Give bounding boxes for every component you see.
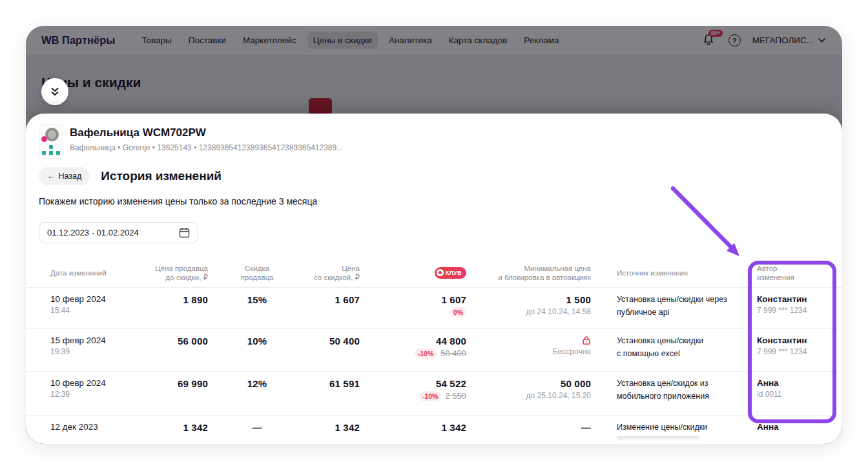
section-title: История изменений [101,169,222,183]
product-subtitle: Вафельница • Gorenje • 13625143 • 123893… [70,143,343,152]
col-header-price-after: Ценасо скидкой, ₽ [306,264,360,282]
club-discount-pill: 0% [450,307,466,317]
clipped-text-line [617,436,699,441]
club-discount-pill: -10% [415,348,437,359]
history-note: Покажем историю изменения цены только за… [39,196,317,206]
product-header: Вафельница WCM702PW Вафельница • Gorenje… [39,124,343,159]
col-header-author: Автор изменения [756,264,812,282]
product-image [39,124,63,159]
col-header-date: Дата изменений [50,268,143,277]
back-button[interactable]: ← Назад [39,167,90,185]
table-row[interactable]: 12 дек 2023 1 342 — 1 342 1 342 — Измене… [26,416,842,444]
arrow-left-icon: ← [47,172,56,181]
collapse-button[interactable] [41,78,68,105]
history-table: Дата изменений Цена продавцадо скидки, ₽… [26,258,842,444]
history-modal: Вафельница WCM702PW Вафельница • Gorenje… [26,114,842,444]
club-badge: КЛУБ [435,267,466,279]
table-row[interactable]: 10 февр 202415:44 1 890 15% 1 607 1 607 … [26,288,842,329]
calendar-icon [179,227,190,238]
club-icon [437,269,444,276]
date-range-picker[interactable]: 01.12.2023 - 01.02.2024 [39,222,198,243]
product-title: Вафельница WCM702PW [70,126,343,139]
col-header-source: Источник изменения [591,268,756,277]
back-button-label: Назад [59,172,82,181]
date-range-value: 01.12.2023 - 01.02.2024 [47,228,139,237]
club-discount-pill: -10% [419,391,442,401]
col-header-club: КЛУБ [360,267,466,279]
col-header-min-price: Минимальная ценаи блокировка в автоакция… [466,264,591,282]
table-header-row: Дата изменений Цена продавцадо скидки, ₽… [26,258,842,288]
col-header-price-before: Цена продавцадо скидки, ₽ [143,264,208,282]
double-chevron-down-icon [50,87,60,97]
table-row[interactable]: 10 февр 202412:39 69 990 12% 61 591 54 5… [26,372,842,416]
col-header-discount: Скидкапродавца [208,264,306,282]
table-row[interactable]: 15 февр 202419:39 56 000 10% 50 400 44 8… [26,329,842,372]
lock-icon [582,336,591,345]
app-window: WB Партнёры Товары Поставки Маркетплейс … [26,26,842,444]
